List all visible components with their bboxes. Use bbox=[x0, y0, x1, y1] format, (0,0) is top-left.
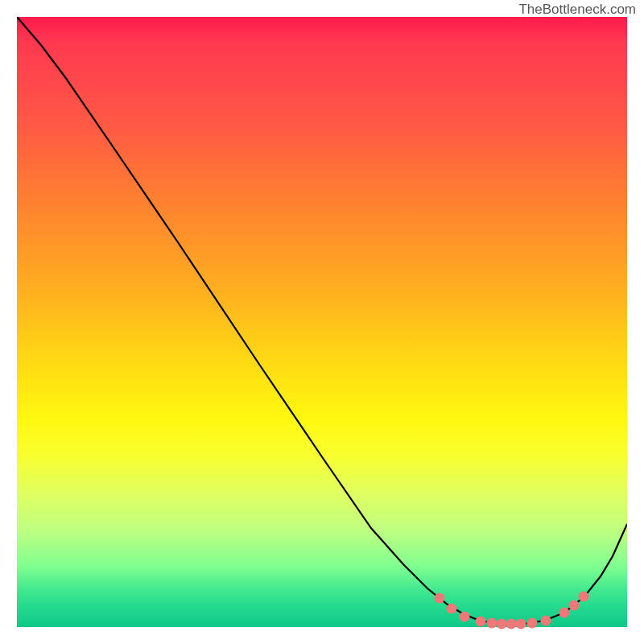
watermark-text: TheBottleneck.com bbox=[518, 2, 636, 18]
curve-marker bbox=[579, 592, 589, 602]
bottleneck-chart: TheBottleneck.com bbox=[0, 0, 644, 644]
curve-marker bbox=[447, 604, 457, 614]
curve-marker bbox=[476, 617, 486, 627]
gradient-background bbox=[17, 17, 627, 627]
curve-marker bbox=[541, 616, 551, 626]
curve-marker bbox=[435, 593, 445, 604]
curve-marker bbox=[559, 608, 570, 618]
curve-marker bbox=[460, 612, 470, 622]
curve-marker bbox=[527, 618, 538, 629]
curve-marker bbox=[516, 619, 526, 630]
curve-marker bbox=[569, 601, 580, 611]
